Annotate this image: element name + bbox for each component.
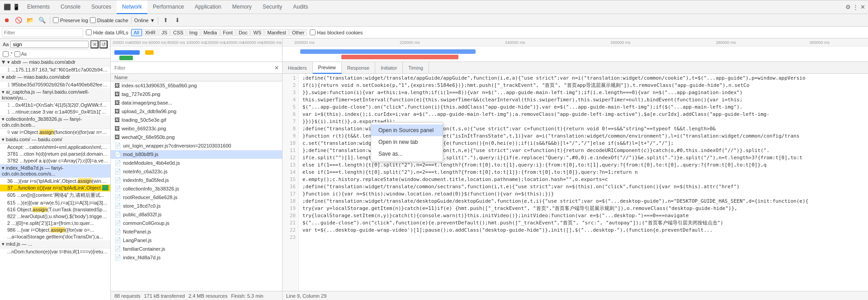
file-group-collectioninfo-header[interactable]: ▾ collectionInfo_3b38326.js — fanyi-cdn.… — [0, 115, 110, 129]
filter-xhr-btn[interactable]: XHR — [142, 29, 158, 36]
list-item[interactable]: 1 ...0x4f1b1={XnSah:'4|1|5|3|2|0',OgWWk:… — [0, 102, 110, 109]
list-item[interactable]: 36 ...){var i=s('tplAdLink',Object.assig… — [0, 178, 110, 185]
list-item[interactable]: 1 ...175.11.87.163,"lid':'f601e8f1c7a002… — [0, 67, 110, 73]
tab-sources[interactable]: Sources — [86, 0, 117, 14]
center-filter-input[interactable] — [113, 64, 271, 71]
tab-headers[interactable]: Headers — [283, 62, 313, 74]
file-group-abdr1-header[interactable]: ▶ ▾ abdr — miao.baidu.com/abdr — [0, 58, 110, 67]
inspect-icon[interactable]: ⬛ — [4, 4, 11, 11]
code-content[interactable]: ;define("translation:widget/translate/ap… — [299, 74, 868, 291]
context-menu-item-open-tab[interactable]: Open in new tab — [371, 136, 443, 148]
clear-button[interactable]: 🚫 — [14, 15, 24, 25]
context-menu-item-open-sources[interactable]: Open in Sources panel — [371, 124, 443, 136]
list-item[interactable]: 🖼 weibo_669233c.png — [111, 124, 282, 133]
more-icon[interactable]: ⋮ — [852, 4, 859, 11]
list-item[interactable]: 📄 familiarContainer.js — [111, 245, 282, 253]
list-item[interactable]: 📄 uni_login_wrapper.js?cdnversion=202103… — [111, 142, 282, 150]
tab-security[interactable]: Security — [257, 0, 288, 14]
list-item[interactable]: 3782 ...typeof a.ip){var c=Array(7);c[0]… — [0, 157, 110, 164]
filter-manifest-btn[interactable]: Manifest — [264, 29, 289, 36]
upload-button[interactable]: ⬆ — [161, 15, 171, 25]
list-item[interactable]: 🖼 upload_2x_ddb9a96.png — [111, 107, 282, 116]
filter-img-btn[interactable]: Img — [187, 29, 200, 36]
tab-network[interactable]: Network — [117, 0, 147, 14]
list-item[interactable]: 🖼 loading_50c5e3e.gif — [111, 116, 282, 124]
filter-media-btn[interactable]: Media — [201, 29, 220, 36]
has-blocked-cookies-checkbox[interactable]: Has blocked cookies — [310, 29, 363, 35]
tab-console[interactable]: Console — [55, 0, 86, 14]
filter-css-btn[interactable]: CSS — [170, 29, 186, 36]
record-button[interactable]: ⏺ — [2, 15, 12, 25]
import-har-button[interactable]: 📂 — [25, 15, 35, 25]
list-item[interactable]: 📄 public_d8a932f.js — [111, 210, 282, 219]
tab-preview[interactable]: Preview — [313, 62, 342, 74]
disable-cache-checkbox[interactable]: Disable cache — [90, 17, 128, 23]
filter-other-btn[interactable]: Other — [289, 29, 307, 36]
file-group-baidu-header[interactable]: ▾ baidu.com/ — baidu.com/ — [0, 136, 110, 144]
list-item[interactable]: 📄 rootReducer_6d6e628.js — [111, 193, 282, 202]
tab-performance[interactable]: Performance — [147, 0, 189, 14]
list-item[interactable]: 3781 ...ction h(d){return psl.parse(d.do… — [0, 151, 110, 157]
preserve-log-checkbox[interactable]: Preserve log — [53, 17, 88, 23]
list-item[interactable]: 📄 LangPanel.js — [111, 236, 282, 245]
list-item[interactable]: 📄 noteInfo_c6a323c.js — [111, 167, 282, 176]
file-group-abdr2-header[interactable]: ▾ abdr — miao.baidu.com/abdr — [0, 73, 110, 81]
tab-timing[interactable]: Timing — [403, 62, 429, 74]
list-item[interactable]: 615 ...)(e)]{var a=w(e.5),r=a[1];i=A[3];… — [0, 200, 110, 206]
list-item[interactable]: 📄 index_f4d8a7d.js — [111, 253, 282, 262]
context-menu-item-save-as[interactable]: Save as... — [371, 148, 443, 160]
close-devtools-icon[interactable]: ✕ — [859, 4, 866, 11]
hide-data-urls-checkbox[interactable]: Hide data URLs — [86, 29, 128, 35]
list-item[interactable]: 📄 store_18cd7c0.js — [111, 202, 282, 210]
list-item[interactable]: ...a=localStorage.getItem('docTransDir')… — [0, 233, 110, 240]
online-select[interactable]: Online ▼ — [134, 18, 155, 23]
list-item[interactable]: 37 ...function c(){var n=s('tplAdLink',O… — [0, 185, 110, 191]
search-refresh-btn[interactable]: ↺ — [99, 40, 108, 48]
list-item[interactable]: 🖼 data:image/png;base... — [111, 99, 282, 107]
list-item[interactable]: ...nDom:function(e){var t=this;if(1===v)… — [0, 248, 110, 255]
filter-input[interactable] — [4, 30, 81, 35]
tab-audits[interactable]: Audits — [288, 0, 313, 14]
list-item[interactable]: Accept: ...cation/xhtml+xml,application/… — [0, 144, 110, 151]
list-item[interactable]: 📄 indexInfo_8a05fed.js — [111, 176, 282, 185]
download-button[interactable]: ⬇ — [173, 15, 183, 25]
list-item[interactable]: 2 ...)[0]=e.split('2')[1];a=[from:i,to:q… — [0, 220, 110, 227]
tab-application[interactable]: Application — [189, 0, 227, 14]
search-regex-option[interactable]: .* — [3, 51, 13, 57]
search-input[interactable] — [13, 42, 86, 47]
device-icon[interactable]: 📱 — [13, 4, 20, 11]
tab-memory[interactable]: Memory — [227, 0, 257, 14]
tab-response[interactable]: Response — [342, 62, 376, 74]
list-item[interactable]: 🖼 tag_727e205.png — [111, 90, 282, 99]
list-item[interactable]: 🖼 wechatQr_68e950b.png — [111, 133, 282, 142]
tab-elements[interactable]: Elements — [22, 0, 55, 14]
filter-all-btn[interactable]: All — [131, 29, 142, 36]
filter-ws-btn[interactable]: WS — [250, 29, 264, 36]
list-item[interactable]: 986 ...{var i=Object.assign({for(var o=.… — [0, 227, 110, 233]
filter-doc-btn[interactable]: Doc — [236, 29, 250, 36]
settings-icon[interactable]: ⚙ — [844, 4, 852, 11]
list-item[interactable]: 🖼 index-sc413d90635_65ba9b0.png — [111, 81, 282, 90]
list-item[interactable]: 605 ...on([n[{content:'网络矿力,请稍后重试... — [0, 191, 110, 200]
list-item[interactable]: 📄 collectionInfo_3b38326.js — [111, 185, 282, 193]
list-item[interactable]: 822 ...learOutput();u.show(),$('body').t… — [0, 213, 110, 220]
list-item[interactable]: 📄 mod_b80b8f9.js — [111, 150, 282, 159]
search-clear-btn[interactable]: ✕ — [90, 40, 99, 48]
file-group-captcha-header[interactable]: ▾ ai_captcha.js — fanyi.baidu.com/well-k… — [0, 88, 110, 102]
search-case-option[interactable]: Aa — [14, 51, 27, 57]
filter-font-btn[interactable]: Font — [220, 29, 236, 36]
search-options: .* Aa — [0, 50, 110, 58]
file-group-mkd-header[interactable]: ▾ mkd.js — ... — [0, 240, 110, 248]
file-group-index-header[interactable]: ▾ index_f4d8a7d.js — fanyi-cdn.cdn.bcebo… — [0, 164, 110, 178]
list-item[interactable]: 9 var i=Object.assign(function(e){for(va… — [0, 129, 110, 136]
list-item[interactable]: 1 9f5bbe35d705902b926b7c4a490eb82feebe..… — [0, 81, 110, 88]
center-close-btn[interactable]: ✕ — [273, 64, 280, 71]
list-item[interactable]: 📄 NotePanel.js — [111, 228, 282, 236]
list-item[interactable]: 616 Object.assign(T.currTask.{translated… — [0, 206, 110, 213]
list-item[interactable]: 📄 commonCollGroup.js — [111, 219, 282, 228]
filter-js-btn[interactable]: JS — [159, 29, 170, 36]
list-item[interactable]: 📄 nodeModules_4bb4e0d.js — [111, 159, 282, 167]
list-item[interactable]: 1 ...ntinue;case 3:var o:1a4059=_0x4f1b1… — [0, 109, 110, 115]
tab-initiator[interactable]: Initiator — [375, 62, 403, 74]
search-button[interactable]: 🔍 — [37, 15, 47, 25]
